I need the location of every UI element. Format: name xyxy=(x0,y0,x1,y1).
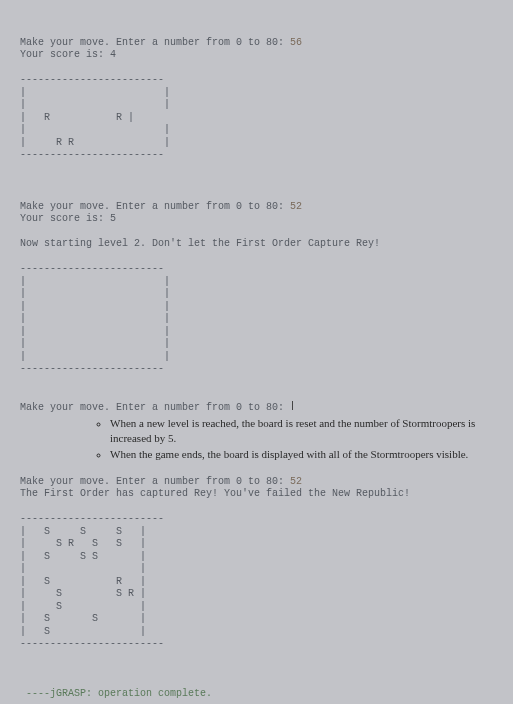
board-grid: ------------------------ | S S S | | S R… xyxy=(20,513,493,651)
board-grid: ------------------------ | | | | | | | |… xyxy=(20,263,493,376)
console-prompt-3: Make your move. Enter a number from 0 to… xyxy=(20,388,493,414)
list-item-text: When the game ends, the board is display… xyxy=(110,448,468,460)
score-line: Your score is: 5 xyxy=(20,213,493,226)
list-item: When a new level is reached, the board i… xyxy=(110,416,493,445)
prompt-text: Make your move. Enter a number from 0 to… xyxy=(20,402,290,413)
text-cursor xyxy=(292,401,293,410)
notes-list-1: When a new level is reached, the board i… xyxy=(20,416,493,461)
score-line: Your score is: 4 xyxy=(20,49,493,62)
jgrasp-footer: ----jGRASP: operation complete. xyxy=(20,688,493,701)
console-block-2: Make your move. Enter a number from 0 to… xyxy=(20,188,493,388)
input-value: 52 xyxy=(290,201,302,212)
console-block-1: Make your move. Enter a number from 0 to… xyxy=(20,24,493,174)
prompt-text: Make your move. Enter a number from 0 to… xyxy=(20,476,290,487)
input-value: 56 xyxy=(290,37,302,48)
input-value: 52 xyxy=(290,476,302,487)
fail-msg: The First Order has captured Rey! You've… xyxy=(20,488,493,501)
prompt-text: Make your move. Enter a number from 0 to… xyxy=(20,201,290,212)
board-grid: ------------------------ | | | | | R R |… xyxy=(20,74,493,162)
list-item-text: When a new level is reached, the board i… xyxy=(110,417,475,443)
level-msg: Now starting level 2. Don't let the Firs… xyxy=(20,238,493,251)
console-block-3: Make your move. Enter a number from 0 to… xyxy=(20,463,493,704)
prompt-text: Make your move. Enter a number from 0 to… xyxy=(20,37,290,48)
list-item: When the game ends, the board is display… xyxy=(110,447,493,461)
